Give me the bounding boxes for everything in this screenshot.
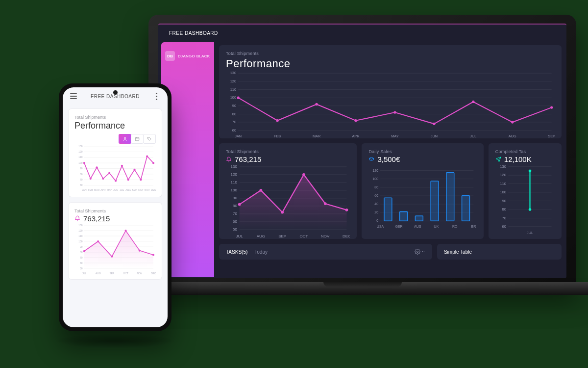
svg-text:RO: RO: [452, 225, 458, 228]
svg-text:90: 90: [502, 199, 506, 203]
tasks-panel: TASKS(5) Today: [219, 244, 432, 260]
svg-text:AUG: AUG: [96, 272, 101, 274]
card-subtitle: Completed Tas: [495, 149, 555, 154]
phone-camera: [113, 90, 118, 95]
svg-text:120: 120: [373, 169, 379, 172]
svg-point-61: [302, 173, 305, 176]
menu-button[interactable]: [70, 93, 77, 99]
svg-text:JUL: JUL: [120, 189, 124, 191]
phone-mockup: FREE DASHBOARD Total Shipments Performan…: [59, 83, 172, 331]
seg-accounts[interactable]: [119, 134, 131, 144]
svg-text:JUL: JUL: [526, 231, 533, 235]
svg-text:DEC: DEC: [151, 189, 156, 191]
svg-point-145: [108, 172, 110, 174]
gear-icon: [415, 249, 420, 255]
card-value: 3,500€: [368, 155, 476, 163]
card-subtitle: Total Shipments: [74, 209, 156, 213]
svg-point-33: [550, 106, 553, 108]
laptop-mockup: FREE DASHBOARD DB DJANGO BLACK Total Shi…: [148, 15, 576, 321]
svg-text:130: 130: [78, 224, 83, 226]
card-value: 12,100K: [495, 155, 555, 163]
svg-text:NOV: NOV: [321, 234, 330, 238]
svg-text:AUG: AUG: [125, 189, 131, 191]
svg-text:GER: GER: [395, 225, 403, 228]
svg-text:MAR: MAR: [313, 134, 320, 138]
svg-text:100: 100: [78, 240, 83, 242]
calendar-icon: [135, 136, 140, 141]
svg-text:MAR: MAR: [94, 189, 99, 191]
laptop-screen: FREE DASHBOARD DB DJANGO BLACK Total Shi…: [158, 24, 566, 278]
svg-point-152: [152, 162, 154, 164]
user-icon: [122, 136, 127, 141]
svg-text:DEC: DEC: [343, 234, 350, 238]
seg-purchases[interactable]: [131, 134, 144, 144]
svg-point-27: [315, 103, 318, 105]
svg-text:70: 70: [80, 179, 83, 181]
stats-row: Total Shipments 763,215 5060708090100110…: [219, 143, 562, 239]
svg-text:OCT: OCT: [123, 272, 128, 274]
settings-button[interactable]: [415, 249, 425, 255]
tasks-title: TASKS(5): [226, 249, 247, 255]
svg-point-149: [133, 169, 135, 171]
svg-point-63: [345, 209, 348, 211]
svg-text:DEC: DEC: [151, 272, 156, 274]
svg-rect-89: [462, 196, 470, 221]
svg-text:90: 90: [80, 167, 83, 170]
bell-icon: [74, 215, 80, 221]
svg-point-151: [146, 155, 148, 157]
svg-text:80: 80: [375, 185, 379, 189]
segmented-control: [74, 134, 156, 144]
svg-text:AUG: AUG: [509, 134, 516, 138]
svg-text:JAN: JAN: [235, 134, 242, 138]
card-value: 763,215: [74, 214, 156, 223]
svg-text:OCT: OCT: [299, 234, 308, 238]
svg-text:MAY: MAY: [391, 134, 398, 138]
svg-point-180: [125, 229, 127, 231]
send-icon: [495, 157, 501, 162]
chevron-down-icon: [421, 250, 425, 254]
app-title: FREE DASHBOARD: [169, 30, 218, 36]
svg-point-28: [354, 119, 357, 122]
svg-text:70: 70: [233, 211, 237, 216]
dashboard-layout: DB DJANGO BLACK Total Shipments Performa…: [158, 41, 566, 278]
dashboard-main: Total Shipments Performance 607080901001…: [214, 41, 566, 278]
svg-text:130: 130: [500, 164, 506, 169]
svg-point-25: [237, 97, 240, 99]
svg-text:110: 110: [231, 180, 238, 184]
sales-chart: 020406080100120USAGERAUSUKROBR: [368, 163, 476, 230]
sidebar-item-brand[interactable]: DB DJANGO BLACK: [161, 48, 214, 64]
svg-point-147: [121, 165, 123, 167]
svg-text:MAY: MAY: [107, 189, 112, 191]
svg-text:110: 110: [78, 156, 83, 158]
svg-text:70: 70: [232, 120, 236, 124]
more-button[interactable]: [153, 93, 161, 100]
performance-chart: 60708090100110120130JANFEBMARAPRMAYJUNJU…: [226, 70, 555, 140]
svg-text:0: 0: [377, 219, 379, 222]
svg-point-182: [152, 254, 154, 256]
bell-icon: [226, 157, 232, 162]
svg-rect-88: [446, 173, 454, 221]
svg-point-148: [127, 179, 129, 181]
svg-rect-86: [416, 216, 423, 221]
seg-sessions[interactable]: [143, 134, 156, 144]
svg-rect-84: [384, 198, 392, 221]
svg-text:20: 20: [375, 210, 379, 214]
svg-point-146: [115, 180, 117, 182]
svg-text:JAN: JAN: [82, 189, 87, 191]
svg-text:40: 40: [375, 202, 379, 206]
tasks-tab-today[interactable]: Today: [254, 249, 268, 255]
svg-text:80: 80: [80, 173, 83, 176]
svg-point-142: [90, 178, 92, 180]
shipments-card: Total Shipments 763,215 5060708090100110…: [219, 143, 357, 239]
phone-main: Total Shipments Performance: [63, 105, 168, 289]
svg-text:BR: BR: [471, 225, 476, 228]
laptop-lid: FREE DASHBOARD DB DJANGO BLACK Total Shi…: [148, 15, 576, 287]
svg-text:NOV: NOV: [137, 272, 142, 274]
svg-text:SEP: SEP: [109, 272, 115, 274]
delivery-icon: [368, 157, 374, 162]
card-title: Performance: [226, 57, 555, 70]
simple-table-panel: Simple Table: [437, 244, 562, 260]
svg-text:80: 80: [502, 207, 506, 211]
svg-point-178: [97, 240, 99, 242]
svg-text:80: 80: [232, 112, 236, 116]
